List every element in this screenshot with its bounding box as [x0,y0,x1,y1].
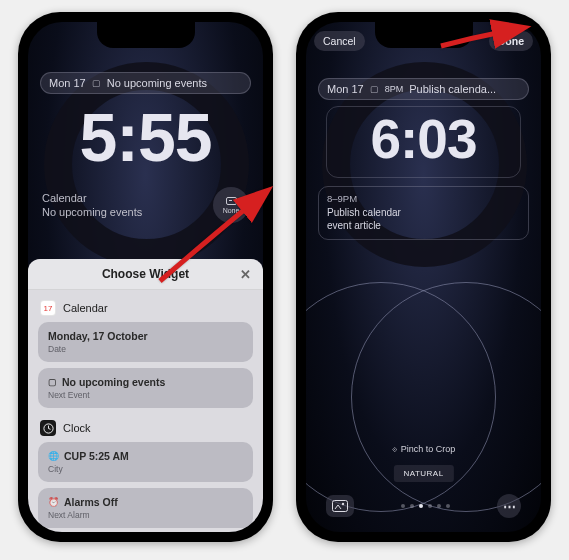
widget-card-sub: Next Alarm [48,510,243,520]
calendar-icon: ▢ [370,84,379,94]
widget-card-sub: Next Event [48,390,243,400]
date-events: Publish calenda... [409,83,496,95]
date-widget-pill[interactable]: Mon 17 ▢ 8PM Publish calenda... [318,78,529,100]
widget-card-next-event[interactable]: ▢No upcoming events Next Event [38,368,253,408]
pinch-hint: ⟐ Pinch to Crop [306,444,541,454]
annotation-arrow-right [436,24,516,58]
annotation-arrow-left [150,193,270,292]
calendar-widget-sub: No upcoming events [42,205,142,219]
widget-card-alarm[interactable]: ⏰Alarms Off Next Alarm [38,488,253,528]
calendar-icon: ▢ [48,377,57,387]
calendar-widget-title: Calendar [42,191,142,205]
screen-right: Cancel Done Mon 17 ▢ 8PM Publish calenda… [306,22,541,532]
cancel-button[interactable]: Cancel [314,31,365,51]
sheet-body: 17 Calendar Monday, 17 October Date ▢No … [28,290,263,532]
widget-card-title: No upcoming events [62,376,165,388]
svg-point-4 [342,503,344,505]
date-widget-pill[interactable]: Mon 17 ▢ No upcoming events [40,72,251,94]
widget-card-date[interactable]: Monday, 17 October Date [38,322,253,362]
photo-picker-button[interactable] [326,495,354,517]
clock-app-icon [40,420,56,436]
widget-card-sub: City [48,464,243,474]
widget-card-title: CUP 5:25 AM [64,450,129,462]
notch [97,22,195,48]
page-dots[interactable] [401,504,450,508]
choose-widget-sheet: Choose Widget ✕ 17 Calendar Monday, 17 O… [28,259,263,532]
globe-icon: 🌐 [48,451,59,461]
lock-time: 5:55 [28,98,263,176]
pinch-icon: ⟐ [392,444,397,454]
app-label: Calendar [63,302,108,314]
alarm-icon: ⏰ [48,497,59,507]
pinch-text: Pinch to Crop [401,444,456,454]
date-prefix: Mon 17 [327,83,364,95]
more-button[interactable]: ⋯ [497,494,521,518]
date-events: No upcoming events [107,77,207,89]
phone-right: Cancel Done Mon 17 ▢ 8PM Publish calenda… [296,12,551,542]
lock-time[interactable]: 6:03 [326,106,521,178]
event-title-line1: Publish calendar [327,206,520,220]
widget-card-title: Monday, 17 October [48,330,148,342]
widget-card-sub: Date [48,344,243,354]
event-title-line2: event article [327,219,520,233]
calendar-icon: ▢ [92,78,101,88]
app-row-calendar[interactable]: 17 Calendar [38,294,253,322]
app-label: Clock [63,422,91,434]
filter-pill[interactable]: NATURAL [393,465,453,482]
widget-card-city[interactable]: 🌐CUP 5:25 AM City [38,442,253,482]
date-time-tag: 8PM [385,84,404,94]
app-row-clock[interactable]: Clock [38,414,253,442]
event-time: 8–9PM [327,193,520,206]
svg-line-2 [48,428,50,429]
widget-card-title: Alarms Off [64,496,118,508]
date-prefix: Mon 17 [49,77,86,89]
event-widget[interactable]: 8–9PM Publish calendar event article [318,186,529,240]
svg-rect-3 [333,501,348,512]
bottom-toolbar: ⋯ [306,494,541,518]
calendar-app-icon: 17 [40,300,56,316]
calendar-widget: Calendar No upcoming events [42,191,142,220]
